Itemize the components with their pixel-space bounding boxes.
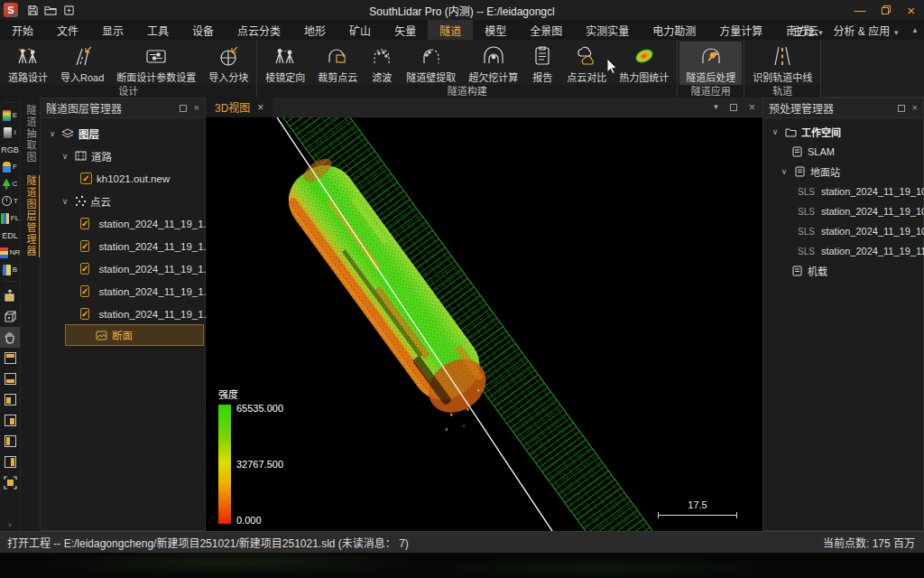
menu-file[interactable]: 文件	[45, 20, 90, 40]
pointcloud-compare-button[interactable]: 点云对比	[560, 42, 613, 85]
menu-tools[interactable]: 工具	[135, 20, 180, 40]
chevron-down-icon[interactable]: ∨	[60, 197, 69, 206]
pan-hand-button[interactable]	[0, 327, 20, 348]
menu-cloud-classify[interactable]: 点云分类	[226, 20, 292, 40]
view-back-button[interactable]	[0, 410, 20, 431]
tree-item-station[interactable]: ✓ station_2024_11_19_1...	[41, 212, 205, 235]
edl-render-button[interactable]: EDL	[2, 227, 18, 244]
analysis-dropdown[interactable]: 分析 & 应用▼	[833, 23, 900, 38]
pick-box-button[interactable]	[0, 306, 20, 327]
float-panel-icon[interactable]	[898, 105, 905, 112]
minimize-button[interactable]: —	[854, 5, 865, 16]
checkbox-checked[interactable]: ✓	[80, 172, 92, 184]
save-icon[interactable]	[23, 3, 42, 17]
tree-item-station[interactable]: ✓ station_2024_11_19_1...	[41, 303, 205, 325]
menu-start[interactable]: 开始	[0, 20, 45, 40]
tree-node-airborne[interactable]: 机载	[763, 261, 923, 281]
b-render-button[interactable]: B	[3, 261, 17, 278]
close-tab-icon[interactable]: ×	[257, 101, 263, 114]
zoom-extent-button[interactable]	[0, 472, 20, 493]
collapse-ribbon-icon[interactable]: ▲	[911, 26, 919, 34]
tab-tunnel-layer-manager[interactable]: 隧道图层管理器	[23, 175, 41, 257]
menu-panorama[interactable]: 全景图	[518, 20, 574, 40]
tree-item-sls-station[interactable]: SLS station_2024_11_19_10_52_...	[763, 221, 923, 241]
toolbar-more-icon[interactable]: ˅	[8, 521, 13, 531]
3d-canvas[interactable]: 强度 65535.000 32767.500 0.000 17.5	[206, 117, 762, 531]
tunnel-postprocess-button[interactable]: 隧道后处理	[679, 42, 742, 85]
chevron-down-icon[interactable]: ∨	[60, 152, 69, 161]
checkbox-checked[interactable]: ✓	[80, 240, 89, 252]
flight-render-button[interactable]: F	[3, 158, 17, 175]
tree-item-sls-station[interactable]: SLS station_2024_11_19_10_43_...	[763, 182, 923, 201]
tree-item-sls-station[interactable]: SLS station_2024_11_19_10_48_...	[763, 201, 923, 221]
elevation-render-button[interactable]: E	[3, 107, 17, 124]
restore-button[interactable]	[882, 5, 891, 14]
filter-button[interactable]: 滤波	[364, 42, 400, 85]
menu-model[interactable]: 模型	[473, 20, 518, 40]
prism-orientation-button[interactable]: 棱镜定向	[259, 42, 311, 85]
tunnel-wall-extract-button[interactable]: 隧道壁提取	[400, 42, 462, 85]
view-left-button[interactable]	[0, 431, 20, 452]
float-panel-icon[interactable]	[180, 105, 187, 112]
tree-item-station[interactable]: ✓ station_2024_11_19_1...	[41, 257, 205, 280]
tree-node-workspace[interactable]: ∨ 工作空间	[763, 122, 923, 142]
road-design-button[interactable]: 道路设计	[2, 42, 54, 85]
tree-node-pointcloud[interactable]: ∨ 点云	[41, 190, 205, 212]
menu-power-survey[interactable]: 电力勘测	[641, 20, 707, 40]
section-design-params-button[interactable]: 断面设计参数设置	[110, 42, 202, 85]
theme-dropdown[interactable]: 主题▼	[793, 23, 825, 38]
tree-item-station[interactable]: ✓ station_2024_11_19_1...	[41, 280, 205, 303]
menu-display[interactable]: 显示	[90, 20, 135, 40]
crop-pointcloud-button[interactable]: 裁剪点云	[311, 42, 364, 85]
rail-centerline-button[interactable]: 识别轨道中线	[746, 42, 818, 85]
view-bottom-button[interactable]	[0, 368, 20, 389]
view-right-button[interactable]	[0, 452, 20, 472]
menu-measure[interactable]: 实测实量	[574, 20, 641, 40]
checkbox-checked[interactable]: ✓	[80, 285, 89, 297]
close-panel-icon[interactable]: ×	[194, 103, 199, 113]
intensity-render-button[interactable]: I	[4, 124, 15, 141]
tree-item-road-file[interactable]: ✓ kh1021.out.new	[41, 167, 205, 190]
view-front-button[interactable]	[0, 389, 20, 410]
time-render-button[interactable]: T	[2, 192, 18, 210]
checkbox-checked[interactable]: ✓	[80, 263, 89, 275]
float-view-icon[interactable]	[730, 104, 737, 111]
import-blocks-button[interactable]: 导入分块	[202, 42, 254, 85]
fl-render-button[interactable]: FL	[1, 210, 19, 227]
menu-vector[interactable]: 矢量	[383, 20, 428, 40]
chevron-down-icon[interactable]: ▼	[712, 103, 719, 111]
tree-node-road[interactable]: ∨ 道路	[41, 144, 205, 167]
tree-node-slam[interactable]: SLAM	[763, 142, 923, 162]
report-button[interactable]: 报告	[524, 42, 560, 85]
overbreak-calc-button[interactable]: 超欠挖计算	[462, 42, 524, 85]
tree-node-ground-station[interactable]: ∨ 地面站	[763, 162, 923, 182]
tree-item-sls-station[interactable]: SLS station_2024_11_19_11_01_...	[763, 241, 923, 261]
close-view-icon[interactable]: ×	[748, 100, 755, 114]
close-button[interactable]: ×	[907, 4, 915, 17]
menu-device[interactable]: 设备	[180, 20, 226, 40]
chevron-down-icon[interactable]: ∨	[771, 127, 780, 136]
close-panel-icon[interactable]: ×	[912, 103, 918, 113]
menu-volume-calc[interactable]: 方量计算	[707, 20, 774, 40]
new-project-icon[interactable]	[60, 3, 78, 17]
menu-tunnel[interactable]: 隧道	[428, 20, 473, 40]
nr-render-button[interactable]: NR	[0, 244, 20, 261]
tree-node-layers[interactable]: ∨ 图层	[41, 122, 205, 144]
heatmap-stats-button[interactable]: 热力图统计	[613, 42, 675, 85]
checkbox-checked[interactable]: ✓	[80, 308, 89, 320]
view-top-button[interactable]	[0, 348, 20, 368]
tree-item-station[interactable]: ✓ station_2024_11_19_1...	[41, 235, 205, 257]
tree-item-section[interactable]: 断面	[66, 325, 203, 345]
tab-3d-view[interactable]: 3D视图 ×	[206, 98, 273, 117]
open-folder-icon[interactable]	[42, 3, 60, 17]
import-road-button[interactable]: 导入Road	[54, 42, 110, 85]
rgb-render-button[interactable]: RGB	[1, 141, 19, 158]
chevron-down-icon[interactable]: ∨	[780, 167, 789, 176]
menu-terrain[interactable]: 地形	[292, 20, 337, 40]
menu-mine[interactable]: 矿山	[337, 20, 383, 40]
tab-tunnel-extract-view[interactable]: 隧道抽取图	[23, 105, 38, 163]
chevron-down-icon[interactable]: ∨	[48, 129, 57, 138]
pick-point-button[interactable]	[0, 285, 20, 306]
checkbox-checked[interactable]: ✓	[80, 218, 89, 229]
class-render-button[interactable]: C	[3, 175, 18, 192]
